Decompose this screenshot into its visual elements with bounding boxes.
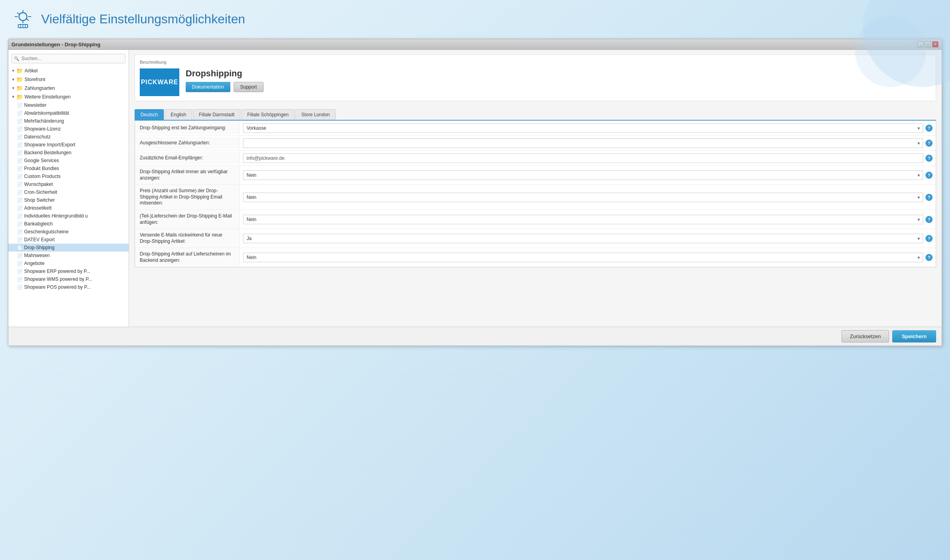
sidebar-item-abwaertskompatibilitaet[interactable]: 📄Abwärtskompatibilität — [8, 109, 129, 117]
sidebar-item-produkt-bundles[interactable]: 📄Produkt Bundles — [8, 165, 129, 172]
sidebar-item-newsletter[interactable]: 📄Newsletter — [8, 101, 129, 109]
help-button-email-empfaenger[interactable]: ? — [925, 155, 933, 162]
folder-icon: 📁 — [16, 76, 23, 83]
expand-icon: ▼ — [11, 86, 15, 90]
sidebar-item-label: Backend Bestellungen — [24, 150, 71, 155]
expand-icon: ▼ — [11, 69, 15, 73]
minimize-button[interactable]: ⎯ — [917, 41, 923, 47]
help-button-zahlungseingang[interactable]: ? — [925, 125, 933, 132]
expand-icon: ▼ — [11, 78, 15, 81]
window-title: Grundeinstellungen - Drop-Shipping — [11, 42, 101, 47]
sidebar-item-zahlungsarten[interactable]: ▼📁Zahlungsarten — [8, 84, 129, 93]
description-label: Beschreibung — [140, 60, 931, 64]
select-preis-email[interactable]: NeinJa — [243, 193, 923, 202]
select-rueckwirkend[interactable]: JaNein — [243, 234, 923, 243]
sidebar-item-wunschpaket[interactable]: 📄Wunschpaket — [8, 180, 129, 188]
form-field-verfuegbar: NeinJa▼? — [240, 168, 936, 182]
tab-filiale-schoeppingen[interactable]: Filiale Schöppingen — [241, 109, 294, 120]
sidebar-item-mehrfachaenderung[interactable]: 📄Mehrfachänderung — [8, 117, 129, 125]
sidebar-item-shopware-pos[interactable]: 📄Shopware POS powered by P... — [8, 283, 129, 291]
file-icon: 📄 — [17, 119, 23, 124]
sidebar-item-label: Shopware Import/Export — [24, 142, 75, 148]
select-verfuegbar[interactable]: NeinJa — [243, 170, 923, 180]
sidebar-item-artikel[interactable]: ▼📁Artikel — [8, 66, 129, 75]
select-zahlungseingang[interactable]: VorkasseNeinJa — [243, 123, 923, 133]
help-button-lieferschein[interactable]: ? — [925, 216, 933, 223]
sidebar-item-shop-switcher[interactable]: 📄Shop Switcher — [8, 196, 129, 204]
select-wrap-verfuegbar: NeinJa▼ — [243, 170, 923, 180]
sidebar-item-shopware-wms[interactable]: 📄Shopware WMS powered by P... — [8, 275, 129, 283]
form-label-lieferschein: (Teil-)Lieferschein der Drop-Shipping E-… — [135, 210, 240, 229]
help-button-rueckwirkend[interactable]: ? — [925, 235, 933, 242]
svg-point-0 — [19, 13, 27, 21]
sidebar-item-label: Shopware-Lizenz — [24, 126, 61, 132]
tab-english[interactable]: English — [165, 109, 192, 120]
sidebar-item-datev-export[interactable]: 📄DATEV Export — [8, 236, 129, 244]
help-button-zahlungsarten[interactable]: ? — [925, 140, 933, 147]
select-lieferschein[interactable]: NeinJa — [243, 215, 923, 224]
form-area: Drop-Shipping erst bei Zahlungseingang:V… — [135, 120, 936, 267]
sidebar-item-label: Shopware ERP powered by P... — [24, 269, 90, 274]
search-box[interactable]: 🔍 — [11, 54, 125, 63]
form-field-rueckwirkend: JaNein▼? — [240, 232, 936, 245]
expand-icon: ▼ — [11, 95, 15, 99]
sidebar-item-drop-shipping[interactable]: 📄Drop-Shipping — [8, 244, 129, 252]
sidebar-item-label: Abwärtskompatibilität — [24, 110, 69, 116]
form-label-zahlungseingang: Drop-Shipping erst bei Zahlungseingang: — [135, 122, 240, 134]
page-header: Vielfältige Einstellungsmöglichkeiten — [8, 8, 942, 30]
file-icon: 📄 — [17, 190, 23, 195]
tabs-bar: DeutschEnglishFiliale DarmstadtFiliale S… — [129, 106, 942, 120]
main-window: Grundeinstellungen - Drop-Shipping ⎯ □ ✕… — [8, 39, 942, 346]
sidebar-item-label: Custom Products — [24, 174, 61, 179]
file-icon: 📄 — [17, 150, 23, 155]
tab-deutsch[interactable]: Deutsch — [135, 109, 164, 120]
sidebar-item-label: Geschenkgutscheine — [24, 229, 68, 235]
sidebar-item-angebote[interactable]: 📄Angebote — [8, 259, 129, 267]
select-lieferscheine-backend[interactable]: NeinJa — [243, 253, 923, 262]
documentation-button[interactable]: Dokumentation — [186, 82, 230, 92]
select-wrap-zahlungseingang: VorkasseNeinJa▼ — [243, 123, 923, 133]
input-email-empfaenger[interactable] — [243, 153, 923, 163]
sidebar-item-shopware-lizenz[interactable]: 📄Shopware-Lizenz — [8, 125, 129, 133]
maximize-button[interactable]: □ — [925, 41, 931, 47]
select-zahlungsarten[interactable] — [243, 138, 923, 148]
close-button[interactable]: ✕ — [932, 41, 939, 47]
help-button-verfuegbar[interactable]: ? — [925, 172, 933, 179]
form-row-rueckwirkend: Versende E-Mails rückwirkend für neue Dr… — [135, 229, 936, 248]
sidebar-item-custom-products[interactable]: 📄Custom Products — [8, 172, 129, 180]
sidebar-item-individuelles-hintergrundbild[interactable]: 📄Individuelles Hintergrundbild u — [8, 212, 129, 220]
sidebar-item-cron-sicherheit[interactable]: 📄Cron-Sicherheit — [8, 188, 129, 196]
sidebar-item-shopware-erp[interactable]: 📄Shopware ERP powered by P... — [8, 267, 129, 275]
form-row-verfuegbar: Drop-Shipping Artikel immer als verfügba… — [135, 166, 936, 185]
sidebar-item-label: Drop-Shipping — [24, 245, 55, 250]
form-label-verfuegbar: Drop-Shipping Artikel immer als verfügba… — [135, 166, 240, 184]
sidebar-item-geschenkgutscheine[interactable]: 📄Geschenkgutscheine — [8, 228, 129, 236]
sidebar-item-datenschutz[interactable]: 📄Datenschutz — [8, 133, 129, 141]
sidebar-item-weitere-einstellungen[interactable]: ▼📁Weitere Einstellungen — [8, 93, 129, 101]
form-row-lieferschein: (Teil-)Lieferschein der Drop-Shipping E-… — [135, 210, 936, 229]
search-input[interactable] — [11, 54, 125, 63]
sidebar-item-backend-bestellungen[interactable]: 📄Backend Bestellungen — [8, 149, 129, 157]
reset-button[interactable]: Zurücksetzen — [842, 330, 889, 342]
help-button-lieferscheine-backend[interactable]: ? — [925, 254, 933, 261]
sidebar-item-mahnwesen[interactable]: 📄Mahnwesen — [8, 252, 129, 259]
help-button-preis-email[interactable]: ? — [925, 194, 933, 201]
tab-store-london[interactable]: Store London — [295, 109, 336, 120]
tab-filiale-darmstadt[interactable]: Filiale Darmstadt — [193, 109, 240, 120]
form-field-zahlungsarten: ▼? — [240, 136, 936, 150]
form-row-zahlungsarten: Ausgeschlossene Zahlungsarten:▼? — [135, 136, 936, 151]
settings-icon — [12, 8, 34, 30]
form-label-lieferscheine-backend: Drop-Shipping Artikel auf Lieferscheinen… — [135, 248, 240, 267]
file-icon: 📄 — [17, 127, 23, 132]
logo-text: PICKWARE — [141, 79, 178, 86]
sidebar-item-shopware-import-export[interactable]: 📄Shopware Import/Export — [8, 141, 129, 149]
save-button[interactable]: Speichern — [892, 330, 936, 342]
sidebar-item-google-services[interactable]: 📄Google Services — [8, 157, 129, 165]
sidebar-item-adressetikett[interactable]: 📄Adressetikett — [8, 204, 129, 212]
folder-icon: 📁 — [16, 68, 23, 74]
file-icon: 📄 — [17, 206, 23, 211]
support-button[interactable]: Support — [234, 82, 264, 92]
sidebar-item-label: Shop Switcher — [24, 197, 55, 203]
sidebar-item-bankabgleich[interactable]: 📄Bankabgleich — [8, 220, 129, 228]
sidebar-item-storefront[interactable]: ▼📁Storefront — [8, 75, 129, 84]
